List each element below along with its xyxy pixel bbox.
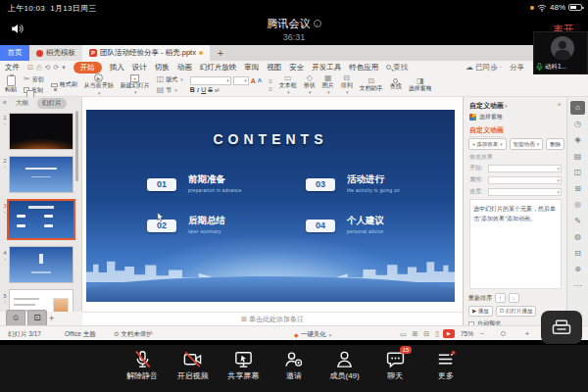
speed-select[interactable] (488, 188, 562, 196)
slideshow-play-button[interactable]: ▶ (443, 329, 455, 338)
new-tab-button[interactable]: + (210, 45, 231, 61)
chat-button[interactable]: 15 聊天 (372, 349, 417, 381)
share-screen-button[interactable]: 共享屏幕 (220, 349, 266, 381)
section-button[interactable]: ▤节 (157, 86, 183, 95)
add-quick-button[interactable]: + (49, 314, 54, 323)
menu-design[interactable]: 设计 (132, 63, 147, 73)
slides-tab[interactable]: 幻灯片 (37, 98, 67, 109)
panel-properties-icon[interactable]: ⌂ (570, 101, 585, 115)
move-up-button[interactable]: ↑ (495, 293, 506, 303)
play-animation-button[interactable]: ▶ 播放 (468, 306, 493, 317)
participant-video-tile[interactable]: 动科1... (533, 31, 588, 74)
align-left-icon[interactable]: ≡ (269, 78, 272, 84)
strike-button[interactable]: S (208, 86, 213, 93)
menu-security[interactable]: 安全 (289, 63, 304, 73)
share-button[interactable]: 分享 (510, 63, 524, 73)
panel-export-icon[interactable]: ⊟ (570, 247, 585, 261)
menu-slideshow[interactable]: 幻灯片放映 (200, 63, 237, 73)
thumbnail-scrollbar[interactable] (75, 111, 78, 181)
outline-tab[interactable]: 大纲 (16, 99, 28, 108)
slide-title[interactable]: CONTENTS (86, 131, 455, 147)
new-slide-button[interactable]: +新建幻灯片 (121, 74, 150, 96)
slide-thumb-2[interactable] (9, 156, 74, 193)
panel-chart-icon[interactable]: ⊞ (570, 182, 585, 196)
slide-thumb-3-selected[interactable] (7, 199, 75, 240)
panel-template-icon[interactable]: ◫ (570, 166, 585, 179)
floating-capture-button[interactable] (541, 311, 582, 344)
layout-button[interactable]: ◫版式 (157, 75, 183, 84)
tab-document[interactable]: P团队活动经验分享 - 稻壳.pptx (82, 45, 210, 61)
invite-button[interactable]: 邀请 (271, 349, 317, 381)
panel-plugin-icon[interactable]: ⊕ (570, 263, 585, 276)
italic-button[interactable]: I (197, 86, 199, 94)
play-from-button[interactable]: ▶从当前开始 (84, 74, 114, 96)
unmute-button[interactable]: 解除静音 (120, 349, 165, 381)
cut-button[interactable]: ✂剪切 (24, 75, 44, 84)
shape-button[interactable]: ◇形状 (304, 74, 316, 96)
contents-item-2[interactable]: 02 后期总结later summary (147, 216, 304, 236)
panel-title[interactable]: 自定义动画 (469, 101, 508, 111)
info-icon[interactable]: i (314, 20, 321, 27)
tab-home[interactable]: 首页 (0, 45, 29, 61)
zoom-in-button[interactable]: + (525, 330, 529, 337)
slide-thumb-4[interactable] (9, 246, 74, 283)
redo-icon[interactable]: ⟳ (53, 64, 59, 72)
font-size-select[interactable] (233, 76, 249, 85)
current-slide[interactable]: CONTENTS 01 前期准备preparation in advance 0… (86, 110, 455, 302)
menu-transition[interactable]: 切换 (155, 63, 170, 73)
zoom-out-button[interactable]: − (480, 330, 484, 337)
grow-font-button[interactable]: A (251, 77, 256, 84)
bold-button[interactable]: B (190, 86, 195, 93)
menu-animation[interactable]: 动画 (177, 63, 192, 73)
tab-template[interactable]: 稻壳模板 (29, 45, 82, 61)
panel-layout-icon[interactable]: ▤ (570, 150, 585, 164)
panel-more-icon[interactable]: ⋯ (570, 279, 585, 293)
members-button[interactable]: 成员(49) (322, 349, 368, 381)
textbox-button[interactable]: ▭文本框 (279, 74, 297, 96)
collapse-panel-icon[interactable]: « (3, 99, 7, 106)
panel-edit-icon[interactable]: ✎ (570, 215, 585, 228)
property-select[interactable] (488, 176, 562, 184)
start-select[interactable] (488, 165, 562, 172)
menu-insert[interactable]: 插入 (110, 63, 124, 73)
panel-color-icon[interactable]: ◍ (570, 230, 585, 244)
align-center-icon[interactable]: ≡ (269, 86, 272, 92)
paste-button[interactable]: 粘贴 (5, 75, 17, 94)
arrange-button[interactable]: ⊟排列 (341, 74, 353, 96)
smart-animation-button[interactable]: 智能动画 (510, 138, 544, 150)
font-name-select[interactable] (190, 76, 231, 85)
qat-more-icon[interactable]: ▾ (62, 64, 66, 72)
underline-button[interactable]: U (201, 86, 206, 93)
delete-animation-button[interactable]: 删除 (546, 138, 564, 150)
slideshow-button[interactable]: ⊡ 幻灯片播放 (496, 306, 537, 317)
menu-special-apps[interactable]: 特色应用 (349, 63, 378, 73)
view-switch-icons[interactable]: ▭ ⊞ ⊟ ▯ (400, 330, 441, 338)
more-button[interactable]: 更多 (423, 349, 468, 381)
undo-icon[interactable]: ⟲ (44, 64, 50, 72)
menu-file[interactable]: 文件 (5, 63, 20, 73)
move-down-button[interactable]: ↓ (509, 293, 519, 303)
add-effect-button[interactable]: +添加效果 (468, 138, 507, 150)
slide-thumb-1[interactable] (9, 113, 74, 150)
find-button[interactable]: 查找 (390, 78, 402, 91)
menu-view[interactable]: 视图 (267, 63, 281, 73)
superscript-button[interactable]: x² (215, 87, 220, 93)
menu-review[interactable]: 审阅 (244, 63, 259, 73)
emoji-button[interactable]: ☺ (6, 310, 25, 326)
copy-button[interactable]: 复制 (24, 86, 44, 95)
doc-assistant-button[interactable]: ⊡文档助手 (360, 77, 383, 93)
shrink-font-button[interactable]: A (258, 77, 262, 83)
sync-status[interactable]: ☁ 已同步 · (466, 63, 502, 73)
panel-effects-icon[interactable]: ◈ (570, 133, 585, 147)
comment-button[interactable]: ⊡ (27, 310, 47, 326)
protection-status[interactable]: ⊙ 文档未保护 (114, 330, 153, 339)
panel-history-icon[interactable]: ◷ (570, 118, 585, 131)
contents-item-1[interactable]: 01 前期准备preparation in advance (147, 174, 304, 195)
print-icon[interactable]: ⎙ (36, 64, 42, 72)
selection-pane-button[interactable]: ◨选择窗格 (409, 77, 432, 93)
close-panel-icon[interactable]: × (557, 100, 562, 109)
theme-status[interactable]: Office 主题 (65, 330, 96, 339)
panel-material-icon[interactable]: ◎ (570, 198, 585, 212)
menu-search[interactable]: 查找 (386, 63, 408, 73)
zoom-knob[interactable] (501, 331, 506, 336)
